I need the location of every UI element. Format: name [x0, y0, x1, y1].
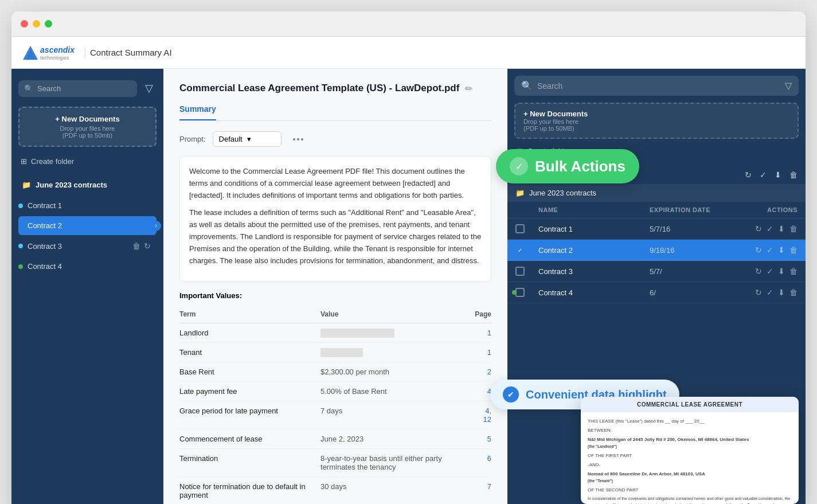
term-late-fee: Late payment fee: [179, 382, 320, 401]
close-button[interactable]: [21, 20, 28, 28]
contract3-download-icon[interactable]: ⬇: [778, 267, 785, 276]
contract4-check-icon[interactable]: ✓: [767, 288, 773, 297]
contract1-checkbox[interactable]: [515, 224, 525, 233]
values-table: Term Value Page Landlord ██████████████ …: [179, 306, 491, 504]
minimize-button[interactable]: [33, 20, 40, 28]
dot-3: [301, 138, 303, 140]
term-grace-period: Grace period for late payment: [179, 401, 320, 429]
contract2-check-icon[interactable]: ✓: [767, 245, 773, 255]
term-termination: Termination: [179, 449, 320, 477]
right-search-bar[interactable]: 🔍 ▽: [514, 76, 799, 96]
contract1-download-icon[interactable]: ⬇: [778, 224, 785, 233]
right-filter-icon[interactable]: ▽: [785, 80, 792, 91]
tab-summary[interactable]: Summary: [179, 104, 216, 120]
sidebar-search-bar[interactable]: 🔍: [18, 80, 137, 97]
contract1-check-icon[interactable]: ✓: [767, 224, 773, 233]
search-input[interactable]: [37, 84, 131, 93]
sidebar-folder-item[interactable]: 📁 June 2023 contracts: [18, 176, 157, 194]
contract2-refresh-icon[interactable]: ↻: [755, 245, 762, 255]
contract4-date: 6/: [650, 288, 724, 297]
table-row: Tenant ████████ 1: [179, 343, 491, 362]
contract1-refresh-icon[interactable]: ↻: [755, 224, 762, 233]
contract2-checkbox[interactable]: ✓: [515, 245, 525, 255]
dot-1: [293, 138, 295, 140]
refresh-all-icon[interactable]: ↻: [745, 170, 752, 179]
logo-area: ascendix technologies Contract Summary A…: [23, 44, 172, 62]
table-row: Termination 8-year-to-year basis until e…: [179, 449, 491, 477]
important-values-label: Important Values:: [179, 291, 491, 300]
page-notice-default: 7: [475, 477, 491, 504]
app-header: ascendix technologies Contract Summary A…: [11, 37, 806, 69]
prompt-value: Default: [219, 135, 243, 143]
sidebar-item-contract3[interactable]: Contract 3 🗑 ↻: [18, 236, 157, 256]
approve-all-icon[interactable]: ✓: [760, 170, 767, 179]
prompt-label: Prompt:: [179, 135, 206, 143]
logo-image: ascendix technologies: [23, 44, 75, 62]
create-folder-icon: ⊞: [21, 157, 27, 166]
right-search-input[interactable]: [537, 81, 780, 91]
contract2-download-icon[interactable]: ⬇: [778, 245, 785, 255]
more-options-button[interactable]: [293, 138, 303, 140]
contract1-name: Contract 1: [24, 201, 151, 210]
sidebar-item-contract4[interactable]: Contract 4: [18, 257, 157, 276]
maximize-button[interactable]: [45, 20, 52, 28]
delete-all-icon[interactable]: 🗑: [789, 170, 798, 179]
contract3-checkbox[interactable]: [515, 267, 525, 276]
right-search-icon: 🔍: [521, 80, 533, 91]
sidebar-item-contract2[interactable]: Contract 2 ›: [18, 216, 157, 235]
right-panel: ✓ Bulk Actions 🔍 ▽ + New Documents Drop …: [507, 69, 806, 504]
contract4-refresh-icon[interactable]: ↻: [755, 288, 762, 297]
contract1-actions: ↻ ✓ ⬇ 🗑: [729, 224, 798, 233]
right-new-documents-label: + New Documents: [523, 110, 588, 118]
create-folder-button[interactable]: ⊞ Create folder: [18, 154, 157, 169]
right-new-documents-section[interactable]: + New Documents Drop your files here(PDF…: [514, 103, 799, 139]
value-termination: 8-year-to-year basis until either party …: [320, 449, 475, 477]
app-body: 🔍 ▽ + New Documents Drop your files here…: [11, 69, 806, 504]
new-documents-subtitle: Drop your files here(PDF up to 50mb): [26, 125, 148, 139]
new-documents-section[interactable]: + New Documents Drop your files here(PDF…: [18, 107, 157, 147]
page-landlord: 1: [475, 323, 491, 343]
contract4-name: Contract 4: [24, 262, 151, 271]
table-row: Commencement of lease June 2, 2023 5: [179, 429, 491, 449]
sidebar: 🔍 ▽ + New Documents Drop your files here…: [11, 69, 163, 504]
main-content: Commercial Lease Agreement Template (US)…: [163, 69, 507, 504]
doc-row-contract3[interactable]: Contract 3 5/7/ ↻ ✓ ⬇ 🗑: [507, 261, 806, 282]
delete-icon[interactable]: 🗑: [132, 241, 140, 251]
contract4-actions: ↻ ✓ ⬇ 🗑: [729, 288, 798, 297]
doc-title: Commercial Lease Agreement Template (US)…: [179, 83, 459, 94]
download-all-icon[interactable]: ⬇: [775, 170, 781, 179]
folder-name: June 2023 contracts: [36, 181, 107, 189]
doc-row-contract4[interactable]: Contract 4 6/ ↻ ✓ ⬇ 🗑: [507, 282, 806, 303]
app-window: ascendix technologies Contract Summary A…: [11, 11, 806, 504]
contract1-name-right: Contract 1: [538, 225, 645, 233]
contract3-check-icon[interactable]: ✓: [767, 267, 773, 276]
value-late-fee: 5.00% of Base Rent: [320, 382, 475, 401]
prompt-select[interactable]: Default ▾: [213, 131, 282, 147]
sidebar-item-contract1[interactable]: Contract 1: [18, 196, 157, 215]
doc-row-contract2[interactable]: ✓ Contract 2 9/18/16 ↻ ✓ ⬇ 🗑: [507, 240, 806, 261]
doc-row-contract1[interactable]: Contract 1 5/7/16 ↻ ✓ ⬇ 🗑: [507, 218, 806, 240]
contract2-name-right: Contract 2: [538, 246, 645, 255]
contract3-refresh-icon[interactable]: ↻: [755, 267, 762, 276]
contract3-date: 5/7/: [650, 267, 724, 276]
filter-button[interactable]: ▽: [142, 78, 157, 99]
contract4-download-icon[interactable]: ⬇: [778, 288, 785, 297]
contract2-delete-icon[interactable]: 🗑: [789, 245, 798, 255]
create-folder-label: Create folder: [31, 157, 74, 166]
right-folder-icon: 📁: [515, 189, 525, 197]
contract3-delete-icon[interactable]: 🗑: [789, 267, 798, 276]
contract4-checkbox[interactable]: [515, 288, 525, 297]
doc-preview-body: THIS LEASE (this "Lease") dated this __ …: [581, 412, 799, 504]
contract1-delete-icon[interactable]: 🗑: [789, 224, 798, 233]
edit-title-icon[interactable]: ✏: [465, 83, 472, 94]
contract2-date: 9/18/16: [650, 246, 724, 255]
right-folder-name: June 2023 contracts: [529, 189, 596, 197]
refresh-icon[interactable]: ↻: [144, 241, 151, 251]
contract3-actions: ↻ ✓ ⬇ 🗑: [729, 267, 798, 276]
summary-text: Welcome to the Commercial Lease Agreemen…: [179, 156, 491, 282]
chevron-down-icon: ▾: [247, 135, 251, 143]
prompt-row: Prompt: Default ▾: [179, 131, 491, 147]
contract4-delete-icon[interactable]: 🗑: [789, 288, 798, 297]
contract4-dot-wrapper: [515, 288, 534, 297]
page-late-fee: 4: [475, 382, 491, 401]
